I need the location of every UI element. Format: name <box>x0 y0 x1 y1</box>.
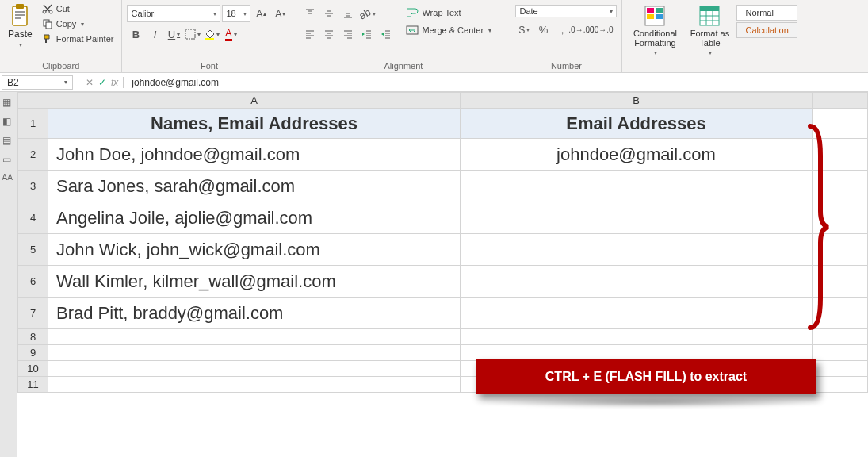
bold-button[interactable]: B <box>127 25 144 43</box>
chevron-down-icon: ▾ <box>709 49 712 56</box>
cell[interactable] <box>461 329 813 345</box>
orientation-button[interactable]: ab▾ <box>358 5 376 22</box>
align-top-button[interactable] <box>301 5 319 22</box>
cell[interactable]: John Doe, johndoe@gmail.com <box>48 139 461 171</box>
fx-icon[interactable]: fx <box>111 77 118 88</box>
strip-icon[interactable]: ▦ <box>2 97 15 109</box>
cell[interactable]: Brad Pitt, braddy@gmail.com <box>48 298 461 329</box>
chevron-down-icon: ▾ <box>19 41 22 48</box>
align-left-button[interactable] <box>301 25 319 43</box>
row-header[interactable]: 11 <box>18 377 48 393</box>
row-header[interactable]: 3 <box>18 171 48 202</box>
callout-shadow <box>482 397 823 408</box>
format-as-table-button[interactable]: Format as Table▾ <box>686 3 733 58</box>
underline-button[interactable]: U▾ <box>165 25 182 43</box>
enter-icon[interactable]: ✓ <box>98 77 106 88</box>
group-number: Date▾ $▾ % , .0→.00 .00→.0 Number <box>510 0 622 72</box>
cell[interactable] <box>813 361 868 377</box>
row-header[interactable]: 6 <box>18 266 48 298</box>
name-box[interactable]: B2▾ <box>2 75 73 90</box>
cell[interactable] <box>461 202 813 234</box>
cell[interactable]: John Wick, john_wick@gmail.com <box>48 234 461 266</box>
ribbon: Paste▾ Cut Copy▾ Format Painter Clipboar… <box>0 0 868 73</box>
merge-center-button[interactable]: Merge & Center▾ <box>403 22 495 38</box>
strip-icon[interactable]: ◧ <box>2 116 15 129</box>
svg-rect-3 <box>15 14 25 16</box>
cell[interactable] <box>461 298 813 329</box>
cell[interactable] <box>813 345 868 361</box>
cell[interactable] <box>48 377 461 393</box>
view-strip: ▦ ◧ ▤ ▭ AA <box>0 92 17 457</box>
wrap-text-label: Wrap Text <box>422 8 461 17</box>
strip-icon[interactable]: ▤ <box>2 135 15 148</box>
cell[interactable] <box>813 377 868 393</box>
table-icon <box>698 5 721 27</box>
font-name-dropdown[interactable]: Calibri▾ <box>127 5 220 22</box>
column-header[interactable]: A <box>48 93 461 109</box>
cancel-icon[interactable]: ✕ <box>86 77 94 88</box>
row-header[interactable]: 9 <box>18 345 48 361</box>
cell[interactable] <box>461 171 813 202</box>
align-middle-button[interactable] <box>320 5 338 22</box>
column-header[interactable]: B <box>461 93 813 109</box>
conditional-formatting-button[interactable]: Conditional Formatting▾ <box>627 3 683 58</box>
cell[interactable]: Names, Email Addresses <box>48 109 461 139</box>
cell[interactable]: Angelina Joile, ajolie@gmail.com <box>48 202 461 234</box>
svg-rect-4 <box>15 17 21 19</box>
cell[interactable] <box>461 234 813 266</box>
cell[interactable] <box>48 329 461 345</box>
font-size-dropdown[interactable]: 18▾ <box>222 5 250 22</box>
increase-font-button[interactable]: A▴ <box>252 5 270 22</box>
number-format-dropdown[interactable]: Date▾ <box>515 5 617 17</box>
cell[interactable] <box>461 266 813 298</box>
strip-icon[interactable]: AA <box>2 173 15 186</box>
cell[interactable] <box>48 345 461 361</box>
paste-button[interactable]: Paste▾ <box>5 2 36 50</box>
cell[interactable]: Wall Kimler, kilmer_wall@gmail.com <box>48 266 461 298</box>
column-header[interactable] <box>813 93 868 109</box>
align-center-button[interactable] <box>320 25 338 43</box>
brush-icon <box>42 33 53 44</box>
select-all-corner[interactable] <box>18 93 48 109</box>
wrap-text-button[interactable]: Wrap Text <box>403 5 495 21</box>
border-icon <box>185 29 196 40</box>
cell[interactable]: johndoe@gmail.com <box>461 139 813 171</box>
cut-button[interactable]: Cut <box>39 2 117 16</box>
decrease-indent-button[interactable] <box>358 25 376 43</box>
row-header[interactable]: 10 <box>18 361 48 377</box>
group-label-number: Number <box>515 60 617 72</box>
row-header[interactable]: 7 <box>18 298 48 329</box>
group-alignment: ab▾ Wrap Text Merge & Center▾ <box>296 0 510 72</box>
align-right-button[interactable] <box>339 25 357 43</box>
cell-style-normal[interactable]: Normal <box>736 5 797 21</box>
increase-indent-button[interactable] <box>377 25 395 43</box>
percent-button[interactable]: % <box>534 21 552 38</box>
decrease-decimal-button[interactable]: .00→.0 <box>591 21 609 38</box>
row-header[interactable]: 1 <box>18 109 48 139</box>
border-button[interactable]: ▾ <box>184 25 201 43</box>
row-header[interactable]: 4 <box>18 202 48 234</box>
decrease-font-button[interactable]: A▾ <box>271 5 289 22</box>
copy-label: Copy <box>56 19 77 29</box>
font-color-button[interactable]: A▾ <box>222 25 239 43</box>
currency-button[interactable]: $▾ <box>515 21 533 38</box>
cell-style-calculation[interactable]: Calculation <box>736 22 797 38</box>
cell[interactable] <box>813 329 868 345</box>
row-header[interactable]: 2 <box>18 139 48 171</box>
format-painter-button[interactable]: Format Painter <box>39 32 117 46</box>
formula-value[interactable]: johndoe@gmail.com <box>124 77 227 88</box>
align-top-icon <box>304 8 315 19</box>
row-header[interactable]: 8 <box>18 329 48 345</box>
cell[interactable] <box>48 361 461 377</box>
fill-color-button[interactable]: ▾ <box>203 25 220 43</box>
row-header[interactable]: 5 <box>18 234 48 266</box>
group-clipboard: Paste▾ Cut Copy▾ Format Painter Clipboar… <box>0 0 122 72</box>
group-styles: Conditional Formatting▾ Format as Table▾… <box>622 0 868 72</box>
cell[interactable]: Email Addresses <box>461 109 813 139</box>
strip-icon[interactable]: ▭ <box>2 154 15 167</box>
cell[interactable]: Sara Jones, sarah@gmail.com <box>48 171 461 202</box>
italic-button[interactable]: I <box>146 25 163 43</box>
copy-button[interactable]: Copy▾ <box>39 17 117 31</box>
align-bottom-button[interactable] <box>339 5 357 22</box>
copy-icon <box>42 18 53 29</box>
